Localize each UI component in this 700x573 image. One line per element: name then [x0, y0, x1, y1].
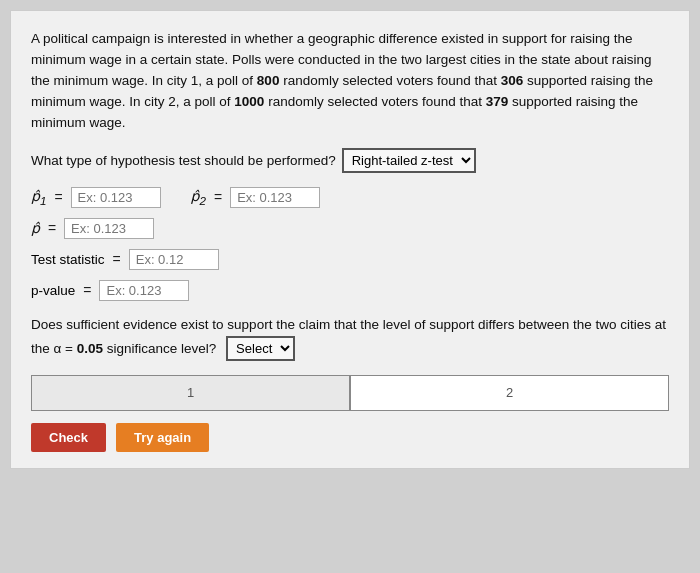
buttons-row: Check Try again	[31, 423, 669, 452]
p2-input-group: p̂2 =	[191, 187, 321, 208]
pvalue-input[interactable]	[99, 280, 189, 301]
hypothesis-type-select[interactable]: Right-tailed z-test Left-tailed z-test T…	[342, 148, 476, 173]
pvalue-equals: =	[83, 282, 91, 298]
problem-text: A political campaign is interested in wh…	[31, 29, 669, 134]
alpha-equals: =	[61, 341, 76, 356]
p2-input[interactable]	[230, 187, 320, 208]
main-container: A political campaign is interested in wh…	[10, 10, 690, 469]
p2-equals: =	[214, 189, 222, 205]
p-hat-equals: =	[48, 220, 56, 236]
p1-equals: =	[54, 189, 62, 205]
p1-input[interactable]	[71, 187, 161, 208]
pvalue-label: p-value	[31, 283, 75, 298]
conclusion-select[interactable]: Select Yes No	[226, 336, 295, 361]
alpha-value: 0.05	[77, 341, 103, 356]
conclusion-text-part2: significance level?	[103, 341, 216, 356]
p1-input-group: p̂1 =	[31, 187, 161, 208]
p-hat-label: p̂	[31, 220, 40, 236]
p-hat-input[interactable]	[64, 218, 154, 239]
try-again-button[interactable]: Try again	[116, 423, 209, 452]
answer-box-1-value: 1	[187, 385, 194, 400]
p-hat-row: p̂ =	[31, 218, 669, 239]
answer-boxes-container: 1 2	[31, 375, 669, 411]
city1-support: 306	[501, 73, 524, 88]
city1-n: 800	[257, 73, 280, 88]
p2-label: p̂2	[191, 188, 206, 207]
check-button[interactable]: Check	[31, 423, 106, 452]
test-statistic-label: Test statistic	[31, 252, 105, 267]
conclusion-row: Does sufficient evidence exist to suppor…	[31, 315, 669, 361]
hypothesis-question-label: What type of hypothesis test should be p…	[31, 153, 336, 168]
city2-support: 379	[486, 94, 509, 109]
answer-box-2[interactable]: 2	[350, 375, 669, 411]
answer-box-1[interactable]: 1	[31, 375, 350, 411]
city2-n: 1000	[234, 94, 264, 109]
test-statistic-row: Test statistic =	[31, 249, 669, 270]
hypothesis-question-row: What type of hypothesis test should be p…	[31, 148, 669, 173]
p1-label: p̂1	[31, 188, 46, 207]
test-statistic-input[interactable]	[129, 249, 219, 270]
p-hat-inputs-row: p̂1 = p̂2 =	[31, 187, 669, 208]
test-statistic-equals: =	[113, 251, 121, 267]
answer-box-2-value: 2	[506, 385, 513, 400]
pvalue-row: p-value =	[31, 280, 669, 301]
